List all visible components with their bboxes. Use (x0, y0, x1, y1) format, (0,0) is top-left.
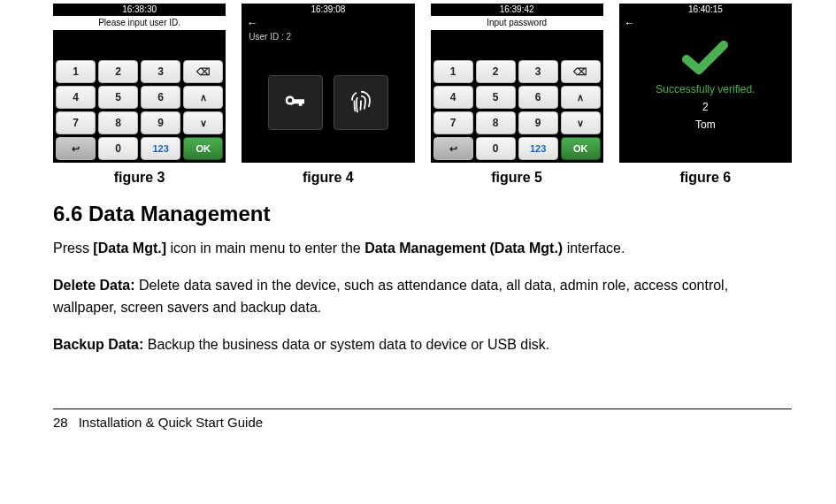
caption-row: figure 3 figure 4 figure 5 figure 6 (53, 170, 792, 186)
key-9[interactable]: 9 (141, 111, 180, 134)
figure-4-device: 16:39:08 ← User ID : 2 (242, 4, 414, 163)
key-enter[interactable]: ↩ (433, 137, 473, 160)
key-1[interactable]: 1 (56, 60, 96, 83)
verified-message: Successfully verified. (656, 83, 755, 95)
key-2[interactable]: 2 (476, 60, 516, 83)
figure-caption: figure 4 (242, 170, 414, 186)
figure-6-device: 16:40:15 ← Successfully verified. 2 Tom (619, 4, 792, 163)
text: interface. (567, 241, 625, 256)
key-5[interactable]: 5 (98, 86, 138, 109)
keypad: 1 2 3 ⌫ 4 5 6 ∧ 7 8 9 ∨ ↩ 0 123 OK (53, 57, 226, 163)
auth-choice-row (242, 42, 414, 163)
back-icon[interactable]: ← (247, 16, 257, 30)
verified-user-id: 2 (702, 101, 709, 113)
text: Press (53, 241, 93, 256)
key-ok[interactable]: OK (183, 137, 223, 160)
key-up[interactable]: ∧ (561, 86, 601, 109)
user-id-label: User ID : 2 (242, 32, 414, 42)
key-0[interactable]: 0 (476, 137, 516, 160)
paragraph-1: Press [Data Mgt.] icon in main menu to e… (53, 237, 792, 260)
key-backspace[interactable]: ⌫ (183, 60, 223, 83)
key-down[interactable]: ∨ (561, 111, 601, 134)
key-8[interactable]: 8 (98, 111, 138, 134)
status-time: 16:39:08 (242, 4, 414, 16)
status-time: 16:39:42 (431, 4, 603, 16)
footer-title: Installation & Quick Start Guide (79, 415, 263, 430)
success-check-icon (679, 37, 731, 78)
status-time: 16:38:30 (53, 4, 226, 16)
figure-5-device: 16:39:42 Input password 1 2 3 ⌫ 4 5 6 ∧ … (431, 4, 603, 163)
key-mode[interactable]: 123 (518, 137, 558, 160)
key-2[interactable]: 2 (98, 60, 138, 83)
key-icon (282, 89, 309, 116)
paragraph-3: Backup Data: Backup the business data or… (53, 333, 792, 356)
key-enter[interactable]: ↩ (56, 137, 96, 160)
figure-3-device: 16:38:30 Please input user ID. 1 2 3 ⌫ 4… (53, 4, 226, 163)
text-bold: Delete Data: (53, 278, 134, 293)
text-bold: Data Management (Data Mgt.) (364, 241, 563, 256)
key-4[interactable]: 4 (56, 86, 96, 109)
keypad: 1 2 3 ⌫ 4 5 6 ∧ 7 8 9 ∨ ↩ 0 123 OK (431, 57, 603, 163)
page-footer: 28 Installation & Quick Start Guide (53, 409, 792, 430)
key-6[interactable]: 6 (141, 86, 180, 109)
key-up[interactable]: ∧ (183, 86, 223, 109)
key-ok[interactable]: OK (561, 137, 601, 160)
figure-caption: figure 5 (431, 170, 603, 186)
verified-panel: Successfully verified. 2 Tom (619, 30, 792, 163)
page-content: 16:38:30 Please input user ID. 1 2 3 ⌫ 4… (0, 4, 836, 430)
key-3[interactable]: 3 (518, 60, 558, 83)
text: Backup the business data or system data … (148, 337, 549, 352)
verified-user-name: Tom (695, 118, 716, 131)
section-heading: 6.6 Data Management (53, 202, 792, 226)
key-backspace[interactable]: ⌫ (561, 60, 601, 83)
paragraph-2: Delete Data: Delete data saved in the de… (53, 274, 792, 319)
fingerprint-option[interactable] (334, 75, 388, 130)
screen-title: Input password (431, 16, 603, 30)
key-8[interactable]: 8 (476, 111, 516, 134)
status-time: 16:40:15 (619, 4, 792, 16)
text: icon in main menu to enter the (170, 241, 364, 256)
back-icon[interactable]: ← (625, 16, 635, 30)
page-number: 28 (53, 415, 68, 430)
screen-body (431, 30, 603, 57)
key-1[interactable]: 1 (433, 60, 473, 83)
screen-title: Please input user ID. (53, 16, 226, 30)
figure-row: 16:38:30 Please input user ID. 1 2 3 ⌫ 4… (53, 4, 792, 163)
screen-header: ← (242, 16, 414, 30)
fingerprint-icon (348, 89, 374, 116)
key-9[interactable]: 9 (518, 111, 558, 134)
screen-header: ← (619, 16, 792, 30)
figure-caption: figure 3 (53, 170, 226, 186)
key-7[interactable]: 7 (433, 111, 473, 134)
key-4[interactable]: 4 (433, 86, 473, 109)
key-6[interactable]: 6 (518, 86, 558, 109)
key-down[interactable]: ∨ (183, 111, 223, 134)
text-bold: [Data Mgt.] (93, 241, 166, 256)
text-bold: Backup Data: (53, 337, 143, 352)
key-5[interactable]: 5 (476, 86, 516, 109)
key-7[interactable]: 7 (56, 111, 96, 134)
password-option[interactable] (268, 75, 323, 130)
key-mode[interactable]: 123 (141, 137, 180, 160)
screen-body (53, 30, 226, 57)
text: Delete data saved in the device, such as… (53, 278, 728, 316)
key-0[interactable]: 0 (98, 137, 138, 160)
key-3[interactable]: 3 (141, 60, 180, 83)
figure-caption: figure 6 (619, 170, 792, 186)
